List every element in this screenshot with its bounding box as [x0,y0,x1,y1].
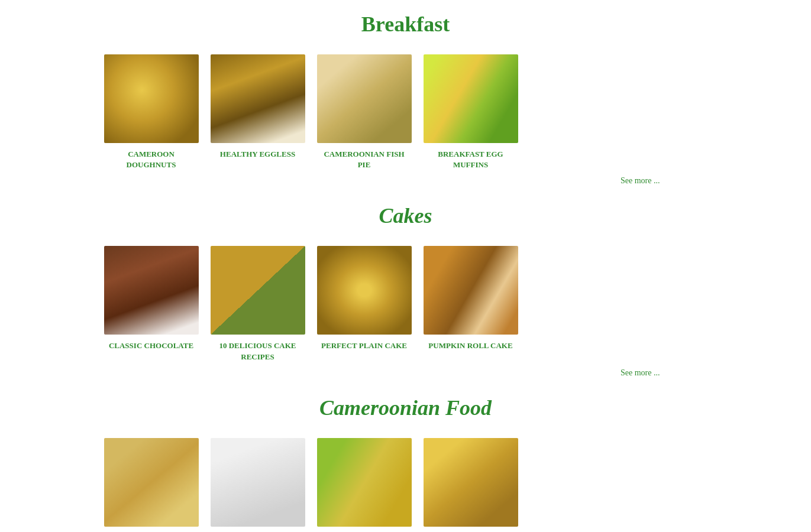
recipe-label-10-delicious-cake-recipes: 10 DELICIOUS CAKE RECIPES [211,340,305,362]
section-title-cakes: Cakes [104,203,707,228]
recipe-item-classic-chocolate[interactable]: CLASSIC CHOCOLATE [104,246,199,362]
recipe-image-cam-food-1 [104,438,199,527]
recipe-image-cam-food-3 [317,438,412,527]
recipe-image-cameroon-doughnuts [104,54,199,143]
recipe-label-classic-chocolate: CLASSIC CHOCOLATE [104,340,199,351]
recipe-image-cam-food-4 [424,438,518,527]
recipe-grid-cameroonian-food [104,438,707,532]
recipe-label-cameroonian-fish-pie: CAMEROONIAN FISH PIE [317,149,412,170]
recipe-grid-cakes: CLASSIC CHOCOLATE10 DELICIOUS CAKE RECIP… [104,246,707,362]
page-wrapper: BreakfastCAMEROON DOUGHNUTSHEALTHY EGGLE… [80,0,731,532]
recipe-label-pumpkin-roll-cake: PUMPKIN ROLL CAKE [424,340,518,351]
section-breakfast: BreakfastCAMEROON DOUGHNUTSHEALTHY EGGLE… [104,12,707,186]
recipe-image-cam-food-2 [211,438,305,527]
section-cakes: CakesCLASSIC CHOCOLATE10 DELICIOUS CAKE … [104,203,707,377]
recipe-item-perfect-plain-cake[interactable]: PERFECT PLAIN CAKE [317,246,412,362]
recipe-item-breakfast-egg-muffins[interactable]: BREAKFAST EGG MUFFINS [424,54,518,170]
recipe-image-breakfast-egg-muffins [424,54,518,143]
see-more-link-breakfast[interactable]: See more ... [621,176,660,186]
recipe-item-cameroon-doughnuts[interactable]: CAMEROON DOUGHNUTS [104,54,199,170]
section-cameroonian-food: Cameroonian FoodSee more ... [104,395,707,532]
section-title-breakfast: Breakfast [104,12,707,37]
recipe-label-breakfast-egg-muffins: BREAKFAST EGG MUFFINS [424,149,518,170]
recipe-image-10-delicious-cake-recipes [211,246,305,335]
recipe-label-healthy-eggless: HEALTHY EGGLESS [211,149,305,160]
see-more-link-cakes[interactable]: See more ... [621,368,660,378]
recipe-item-10-delicious-cake-recipes[interactable]: 10 DELICIOUS CAKE RECIPES [211,246,305,362]
recipe-item-pumpkin-roll-cake[interactable]: PUMPKIN ROLL CAKE [424,246,518,362]
recipe-image-classic-chocolate [104,246,199,335]
recipe-item-cam-food-3[interactable] [317,438,412,532]
section-title-cameroonian-food: Cameroonian Food [104,395,707,420]
recipe-item-cam-food-1[interactable] [104,438,199,532]
recipe-item-healthy-eggless[interactable]: HEALTHY EGGLESS [211,54,305,170]
recipe-item-cameroonian-fish-pie[interactable]: CAMEROONIAN FISH PIE [317,54,412,170]
recipe-image-pumpkin-roll-cake [424,246,518,335]
recipe-label-cameroon-doughnuts: CAMEROON DOUGHNUTS [104,149,199,170]
recipe-grid-breakfast: CAMEROON DOUGHNUTSHEALTHY EGGLESSCAMEROO… [104,54,707,170]
recipe-item-cam-food-4[interactable] [424,438,518,532]
recipe-image-healthy-eggless [211,54,305,143]
recipe-item-cam-food-2[interactable] [211,438,305,532]
recipe-image-cameroonian-fish-pie [317,54,412,143]
recipe-label-perfect-plain-cake: PERFECT PLAIN CAKE [317,340,412,351]
recipe-image-perfect-plain-cake [317,246,412,335]
